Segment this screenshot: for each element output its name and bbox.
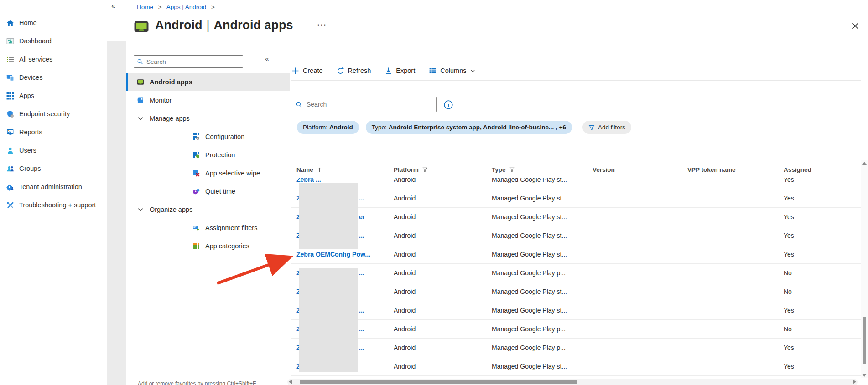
type-cell: Managed Google Play st... (492, 178, 593, 183)
vertical-scrollbar-thumb[interactable] (863, 317, 866, 364)
table-row[interactable]: Ze er Android Managed Google Play st... … (291, 208, 861, 226)
app-name-link[interactable]: Zebra OEMConfig Pow... (296, 251, 370, 258)
assigned-cell: Yes (784, 195, 861, 202)
column-filter-funnel-icon[interactable] (509, 167, 515, 173)
toolbar-button[interactable]: Export (385, 67, 415, 75)
sidebar-item[interactable]: Home (0, 14, 106, 32)
sidebar-collapse-icon[interactable]: « (111, 2, 115, 10)
apps-search-input[interactable] (307, 101, 431, 108)
column-header[interactable]: Type (492, 166, 593, 173)
page-title: Android|Android apps (155, 18, 293, 32)
menu-item-label: Android apps (150, 78, 192, 86)
table-row[interactable]: Zebra ... Android Managed Google Play st… (291, 178, 861, 189)
scroll-down-icon[interactable] (862, 374, 867, 377)
assigned-cell: No (784, 325, 861, 333)
filter-pill[interactable]: Type: Android Enterprise system app, And… (366, 121, 572, 134)
sidebar-item-label: Apps (19, 92, 34, 99)
menu-item[interactable]: Protection (126, 146, 290, 164)
app-name-link[interactable]: Zebra ... (296, 178, 321, 183)
toolbar-button[interactable]: Refresh (337, 67, 371, 75)
toolbar-button[interactable]: Create (291, 67, 323, 75)
sort-ascending-icon[interactable] (317, 167, 322, 173)
menu-item[interactable]: App selective wipe (126, 164, 290, 182)
table-row[interactable]: Ze ... Android Managed Google Play st...… (291, 301, 861, 320)
reports-icon (6, 128, 14, 136)
menu-item[interactable]: Assignment filters (126, 219, 290, 237)
sidebar-item[interactable]: Dashboard (0, 32, 106, 50)
app-name-suffix: ... (359, 344, 364, 351)
sidebar-item[interactable]: Tenant administration (0, 178, 106, 196)
column-filter-funnel-icon[interactable] (422, 167, 428, 173)
table-row[interactable]: Ze ... Android Managed Google Play p... … (291, 339, 861, 357)
horizontal-scrollbar[interactable] (287, 379, 858, 385)
menu-item[interactable]: Configuration (126, 128, 290, 146)
table-row[interactable]: Ze ... Android Managed Google Play p... … (291, 320, 861, 339)
menu-item[interactable]: Android apps (126, 73, 290, 91)
type-cell: Managed Google Play st... (492, 307, 593, 314)
sidebar-item-label: Groups (19, 165, 41, 172)
sidebar-item[interactable]: Groups (0, 159, 106, 178)
breadcrumb-home-link[interactable]: Home (137, 4, 153, 10)
columns-icon (429, 67, 437, 75)
menu-item-label: Configuration (205, 133, 244, 140)
toolbar-button[interactable]: Columns (429, 67, 476, 75)
sidebar-item-label: Home (19, 19, 37, 26)
clear-search-icon[interactable] (249, 58, 256, 65)
menu-item[interactable]: Quiet time (126, 182, 290, 200)
menu-collapse-icon[interactable]: « (265, 55, 269, 62)
monitor-icon (137, 97, 144, 104)
info-icon[interactable] (443, 100, 453, 110)
more-options-icon[interactable]: … (317, 16, 327, 28)
scroll-left-icon[interactable] (289, 380, 292, 384)
scroll-right-icon[interactable] (853, 380, 856, 384)
column-header[interactable]: Platform (394, 166, 492, 173)
table-row[interactable]: Ze ... Android Managed Google Play p... … (291, 264, 861, 282)
column-header[interactable]: Name (296, 166, 394, 173)
table-row[interactable]: Zebra OEMConfig Pow... Android Managed G… (291, 245, 861, 264)
app-name-suffix: er (359, 213, 365, 221)
menu-item-label: Assignment filters (205, 224, 257, 231)
filter-pill[interactable]: Platform: Android (297, 121, 359, 134)
sidebar-item[interactable]: Devices (0, 68, 106, 87)
menu-item-label: App selective wipe (205, 169, 260, 177)
breadcrumb-section-link[interactable]: Apps | Android (166, 4, 207, 10)
vertical-scrollbar[interactable] (861, 160, 868, 378)
menu-item[interactable]: Manage apps (126, 109, 290, 128)
menu-item[interactable]: App categories (126, 237, 290, 255)
menu-item-label: Protection (205, 151, 235, 159)
sidebar-item[interactable]: Endpoint security (0, 105, 106, 123)
close-icon[interactable] (851, 22, 859, 30)
refresh-icon (337, 67, 344, 75)
command-bar: Create Refresh Export Columns (291, 63, 476, 78)
table-row[interactable]: Ze Android Managed Google Play st... No (291, 282, 861, 301)
sidebar-item[interactable]: Troubleshooting + support (0, 196, 106, 214)
sidebar-item[interactable]: All services (0, 50, 106, 68)
filter-pill-label: Platform: (303, 124, 327, 131)
platform-cell: Android (394, 325, 492, 333)
menu-search-input[interactable] (146, 58, 240, 65)
table-row[interactable]: Ze ... Android Managed Google Play st...… (291, 189, 861, 208)
all-services-icon (6, 56, 14, 63)
apps-search-box[interactable] (291, 97, 437, 112)
add-filters-label: Add filters (598, 124, 625, 131)
column-header[interactable]: Version (593, 166, 687, 173)
horizontal-scrollbar-thumb[interactable] (300, 380, 577, 384)
breadcrumb-separator: > (211, 4, 215, 10)
menu-item[interactable]: Organize apps (126, 200, 290, 219)
add-filters-button[interactable]: Add filters (582, 121, 631, 134)
sidebar-item[interactable]: Apps (0, 87, 106, 105)
sidebar-item[interactable]: Users (0, 141, 106, 159)
column-header[interactable]: VPP token name (687, 166, 784, 173)
menu-search-box[interactable] (134, 55, 243, 68)
table-row[interactable]: Ze ... Android Managed Google Play st...… (291, 226, 861, 245)
column-header[interactable]: Assigned (784, 166, 861, 173)
scroll-up-icon[interactable] (862, 162, 867, 165)
breadcrumb: Home > Apps | Android > (137, 4, 218, 10)
export-icon (385, 67, 392, 75)
platform-cell: Android (394, 288, 492, 295)
menu-item[interactable]: Monitor (126, 91, 290, 109)
table-row[interactable]: Ze Android Managed Google Play st... Yes (291, 357, 861, 376)
sidebar-item[interactable]: Reports (0, 123, 106, 141)
type-cell: Managed Google Play p... (492, 325, 593, 333)
page-title-subtitle: Android apps (214, 18, 293, 32)
